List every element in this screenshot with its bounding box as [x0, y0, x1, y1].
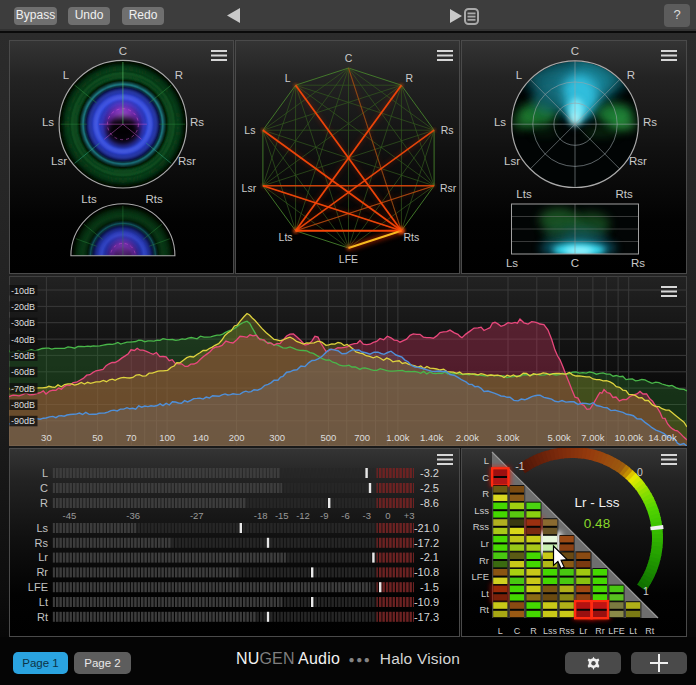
svg-text:500: 500: [320, 432, 336, 443]
svg-text:Rr: Rr: [595, 626, 605, 636]
svg-text:-30dB: -30dB: [11, 318, 35, 328]
svg-text:Rs: Rs: [441, 124, 454, 136]
svg-text:-15: -15: [275, 510, 289, 521]
svg-text:100: 100: [159, 432, 175, 443]
svg-text:C: C: [40, 482, 48, 494]
svg-text:R: R: [40, 497, 48, 509]
svg-text:10.00k: 10.00k: [614, 432, 643, 443]
svg-text:-70dB: -70dB: [11, 384, 35, 394]
svg-text:Lts: Lts: [516, 188, 532, 200]
svg-text:-8.6: -8.6: [420, 497, 439, 509]
svg-text:Rts: Rts: [404, 231, 420, 243]
svg-text:+3: +3: [404, 510, 415, 521]
svg-text:L: L: [42, 467, 48, 479]
svg-text:Rsr: Rsr: [440, 182, 457, 194]
svg-text:C: C: [119, 45, 127, 57]
svg-text:C: C: [482, 472, 489, 483]
svg-text:Lss: Lss: [543, 626, 558, 636]
svg-text:Lss: Lss: [474, 505, 489, 516]
svg-text:Lt: Lt: [629, 626, 637, 636]
svg-text:C: C: [345, 52, 353, 64]
svg-text:700: 700: [354, 432, 370, 443]
svg-text:Rsr: Rsr: [629, 155, 647, 167]
svg-text:L: L: [285, 72, 291, 84]
svg-text:Rs: Rs: [190, 116, 204, 128]
svg-text:L: L: [516, 69, 523, 81]
svg-text:LFE: LFE: [608, 626, 625, 636]
svg-text:-2.1: -2.1: [420, 551, 439, 563]
svg-text:L: L: [63, 69, 70, 81]
svg-text:300: 300: [269, 432, 285, 443]
svg-text:-3.2: -3.2: [420, 467, 439, 479]
svg-text:Lr: Lr: [481, 538, 489, 549]
svg-text:LFE: LFE: [472, 571, 489, 582]
svg-text:Lsr: Lsr: [242, 182, 257, 194]
svg-text:-60dB: -60dB: [11, 367, 35, 377]
svg-text:-36: -36: [126, 510, 140, 521]
svg-text:200: 200: [229, 432, 245, 443]
svg-text:Lr - Lss: Lr - Lss: [574, 495, 619, 510]
svg-text:-1.5: -1.5: [420, 581, 439, 593]
svg-text:Rt: Rt: [37, 611, 48, 623]
svg-text:Rr: Rr: [36, 566, 48, 578]
svg-text:1.40k: 1.40k: [420, 432, 443, 443]
svg-text:-12: -12: [296, 510, 310, 521]
svg-text:-17.3: -17.3: [414, 611, 439, 623]
svg-text:Rs: Rs: [631, 257, 645, 269]
svg-text:-20dB: -20dB: [11, 302, 35, 312]
svg-text:14.00k: 14.00k: [648, 432, 677, 443]
svg-text:70: 70: [126, 432, 137, 443]
svg-text:-45: -45: [63, 510, 77, 521]
svg-text:140: 140: [193, 432, 209, 443]
svg-text:50: 50: [92, 432, 103, 443]
svg-text:-21.0: -21.0: [414, 522, 439, 534]
svg-text:7.00k: 7.00k: [581, 432, 604, 443]
svg-text:Lts: Lts: [279, 231, 293, 243]
svg-text:C: C: [514, 626, 521, 636]
svg-text:-3: -3: [363, 510, 371, 521]
svg-text:Rts: Rts: [145, 193, 163, 205]
svg-text:Rsr: Rsr: [178, 155, 196, 167]
svg-text:R: R: [406, 72, 414, 84]
svg-text:-6: -6: [341, 510, 349, 521]
svg-text:30: 30: [41, 432, 52, 443]
svg-text:Lsr: Lsr: [51, 155, 67, 167]
svg-text:1.00k: 1.00k: [386, 432, 409, 443]
svg-text:-9: -9: [320, 510, 328, 521]
svg-text:-10.8: -10.8: [414, 566, 439, 578]
svg-text:Rs: Rs: [35, 537, 49, 549]
svg-text:-10.9: -10.9: [414, 596, 439, 608]
svg-text:0: 0: [637, 466, 643, 478]
svg-text:-2.5: -2.5: [420, 482, 439, 494]
svg-text:3.00k: 3.00k: [496, 432, 519, 443]
svg-text:-40dB: -40dB: [11, 335, 35, 345]
svg-text:C: C: [571, 45, 579, 57]
svg-text:-90dB: -90dB: [11, 416, 35, 426]
svg-text:Lr: Lr: [38, 551, 48, 563]
svg-text:Ls: Ls: [244, 124, 255, 136]
svg-text:R: R: [482, 488, 489, 499]
svg-text:-17.2: -17.2: [414, 537, 439, 549]
svg-text:R: R: [627, 69, 635, 81]
svg-text:Ls: Ls: [494, 116, 506, 128]
svg-text:C: C: [571, 257, 579, 269]
svg-text:Lt: Lt: [481, 588, 489, 599]
svg-text:-10dB: -10dB: [11, 286, 35, 296]
svg-text:5.00k: 5.00k: [548, 432, 571, 443]
svg-text:Rr: Rr: [479, 555, 489, 566]
svg-text:L: L: [498, 626, 503, 636]
svg-text:-50dB: -50dB: [11, 351, 35, 361]
svg-text:Lsr: Lsr: [504, 155, 520, 167]
svg-text:-1: -1: [515, 460, 524, 472]
svg-text:Lr: Lr: [579, 626, 587, 636]
svg-text:Rss: Rss: [559, 626, 575, 636]
svg-text:Rs: Rs: [643, 116, 657, 128]
svg-text:1: 1: [643, 585, 649, 597]
svg-text:-80dB: -80dB: [11, 400, 35, 410]
svg-text:R: R: [175, 69, 183, 81]
svg-text:Lts: Lts: [81, 193, 97, 205]
svg-text:LFE: LFE: [28, 581, 48, 593]
svg-text:R: R: [530, 626, 537, 636]
svg-text:-27: -27: [190, 510, 204, 521]
svg-text:L: L: [484, 455, 489, 466]
